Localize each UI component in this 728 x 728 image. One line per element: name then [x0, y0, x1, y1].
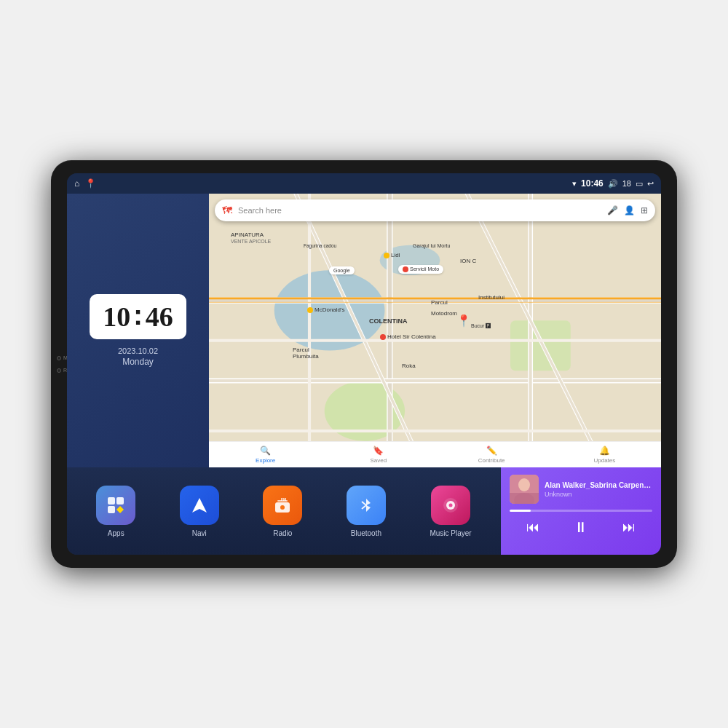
music-label: Music Player — [430, 529, 471, 537]
battery-icon: ▭ — [636, 179, 643, 189]
radio-label: Radio — [273, 529, 292, 537]
prev-button[interactable]: ⏮ — [521, 518, 545, 537]
status-bar: ⌂ 📍 ▾ 10:46 🔊 18 ▭ ↩ — [67, 173, 661, 194]
status-right: ▾ 10:46 🔊 18 ▭ ↩ — [572, 178, 654, 189]
map-search-actions: 🎤 👤 ⊞ — [607, 205, 648, 215]
map-bottom-nav: 🔍 Explore 🔖 Saved ✏️ Contribute — [209, 441, 661, 467]
screen: ⌂ 📍 ▾ 10:46 🔊 18 ▭ ↩ — [67, 173, 661, 555]
svg-point-28 — [280, 505, 285, 510]
music-icon-bg — [431, 486, 470, 525]
map-nav-updates[interactable]: 🔔 Updates — [548, 446, 661, 464]
svg-marker-26 — [192, 498, 207, 513]
app-item-radio[interactable]: FM Radio — [263, 486, 302, 537]
music-info: Alan Walker_Sabrina Carpenter_F... Unkno… — [510, 475, 652, 504]
clock-display: 10 : 46 — [90, 294, 186, 339]
date-section: 2023.10.02 Monday — [118, 347, 158, 367]
car-unit: MIC RST ⌂ 📍 ▾ 10:46 🔊 18 ▭ ↩ — [51, 160, 677, 568]
contribute-icon: ✏️ — [486, 446, 497, 456]
date-text: 2023.10.02 — [118, 347, 158, 355]
map-nav-contribute-label: Contribute — [478, 457, 505, 464]
map-label-parcul-plum: ParculPlumbuita — [293, 347, 319, 360]
bluetooth-icon-bg — [347, 486, 386, 525]
volume-icon: 🔊 — [608, 179, 618, 189]
map-nav-explore[interactable]: 🔍 Explore — [209, 446, 322, 464]
app-item-apps[interactable]: Apps — [96, 486, 135, 537]
map-svg — [209, 194, 661, 467]
album-art-svg — [510, 475, 539, 504]
saved-icon: 🔖 — [373, 446, 384, 456]
music-icon — [440, 495, 461, 515]
map-label-lidl: Lidl — [384, 252, 400, 258]
apps-label: Apps — [108, 529, 124, 537]
apps-icon-bg — [96, 486, 135, 525]
mic-dot — [57, 356, 61, 360]
home-icon[interactable]: ⌂ — [74, 178, 79, 189]
map-background: 🗺 Search here 🎤 👤 ⊞ APINATURA VENT — [209, 194, 661, 467]
map-search-bar[interactable]: 🗺 Search here 🎤 👤 ⊞ — [215, 199, 655, 221]
updates-icon: 🔔 — [599, 446, 610, 456]
svg-rect-24 — [108, 506, 115, 513]
account-icon[interactable]: 👤 — [624, 205, 635, 215]
navi-icon — [189, 495, 210, 515]
microphone-icon[interactable]: 🎤 — [607, 205, 618, 215]
map-nav-saved[interactable]: 🔖 Saved — [322, 446, 435, 464]
explore-icon: 🔍 — [260, 446, 271, 456]
svg-rect-23 — [116, 497, 124, 505]
google-maps-icon: 🗺 — [222, 205, 232, 216]
music-title: Alan Walker_Sabrina Carpenter_F... — [545, 481, 652, 489]
map-nav-updates-label: Updates — [593, 457, 615, 464]
navi-icon-bg — [180, 486, 219, 525]
map-nav-saved-label: Saved — [371, 457, 387, 464]
map-label-vente: VENTE APICOLE — [231, 239, 271, 244]
map-area[interactable]: 🗺 Search here 🎤 👤 ⊞ APINATURA VENT — [209, 194, 661, 467]
map-label-garajul: Garajul lui Mortu — [413, 243, 450, 248]
day-text: Monday — [118, 357, 158, 367]
svg-rect-22 — [108, 497, 115, 505]
map-nav-explore-label: Explore — [256, 457, 275, 464]
app-item-bluetooth[interactable]: Bluetooth — [347, 486, 386, 537]
apps-icon — [106, 495, 126, 515]
clock-colon: : — [133, 301, 143, 329]
svg-rect-37 — [510, 493, 539, 504]
map-chip-moto: Servicii Moto — [398, 265, 443, 274]
radio-icon-bg: FM — [263, 486, 302, 525]
bluetooth-icon — [356, 495, 376, 515]
map-label-bucur: Bucur 🅿 — [471, 323, 491, 328]
bluetooth-label: Bluetooth — [351, 529, 381, 537]
back-icon[interactable]: ↩ — [647, 179, 654, 189]
map-label-institutului: Institutului — [478, 294, 505, 301]
map-chip-google: Google — [329, 266, 355, 274]
map-label-mcdonalds: McDonald's — [307, 306, 345, 313]
maps-icon[interactable]: 📍 — [85, 178, 96, 189]
radio-icon: FM — [272, 495, 293, 515]
album-art-image — [510, 475, 539, 504]
layers-icon[interactable]: ⊞ — [641, 205, 648, 215]
map-label-apinatura: APINATURA — [231, 232, 264, 238]
clock-minute: 46 — [146, 303, 173, 331]
clock-widget: 10 : 46 2023.10.02 Monday — [67, 194, 209, 467]
svg-rect-4 — [510, 320, 571, 371]
status-time: 10:46 — [581, 178, 604, 189]
rst-dot — [57, 368, 61, 373]
svg-marker-25 — [116, 506, 124, 513]
music-player-widget: Alan Walker_Sabrina Carpenter_F... Unkno… — [501, 467, 661, 555]
app-item-music[interactable]: Music Player — [430, 486, 471, 537]
navi-label: Navi — [192, 529, 207, 537]
map-label-ion: ION C — [460, 258, 476, 264]
map-label-colentina: COLENTINA — [369, 317, 408, 325]
wifi-icon: ▾ — [572, 179, 577, 189]
map-pin-1: 📍 — [456, 314, 471, 328]
app-item-navi[interactable]: Navi — [180, 486, 219, 537]
svg-text:FM: FM — [281, 497, 286, 502]
battery-level: 18 — [622, 179, 631, 188]
clock-hour: 10 — [103, 303, 130, 331]
play-pause-button[interactable]: ⏸ — [568, 518, 594, 537]
map-nav-contribute[interactable]: ✏️ Contribute — [435, 446, 548, 464]
music-meta: Alan Walker_Sabrina Carpenter_F... Unkno… — [545, 481, 652, 498]
album-art — [510, 475, 539, 504]
svg-point-35 — [518, 478, 530, 491]
music-artist: Unknown — [545, 491, 652, 498]
next-button[interactable]: ⏭ — [617, 518, 641, 537]
app-shortcuts: Apps Navi — [67, 467, 501, 555]
music-controls: ⏮ ⏸ ⏭ — [510, 518, 652, 537]
